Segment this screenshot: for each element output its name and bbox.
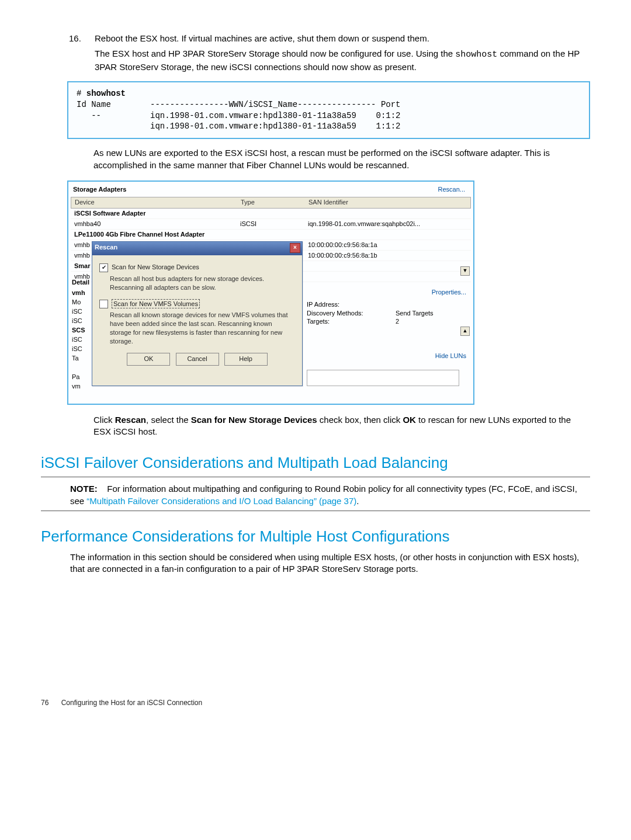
cli-output: Id Name ----------------WWN/iSCSI_Name--… (77, 100, 401, 131)
page-number: 76 (41, 699, 48, 707)
cli-block: # showhost Id Name ----------------WWN/i… (67, 81, 590, 140)
note-end: . (356, 496, 359, 506)
targets-label: Targets: (307, 317, 377, 326)
col-san: SAN Identifier (308, 198, 348, 207)
step-number: 16. (69, 33, 91, 44)
path-listbox[interactable] (307, 370, 459, 386)
col-type: Type (241, 198, 255, 207)
scan-vmfs-checkbox[interactable] (99, 300, 108, 308)
storage-adapters-screenshot: Storage Adapters Rescan... ▲ Device Type… (67, 181, 474, 405)
cancel-button[interactable]: Cancel (176, 353, 219, 366)
cli-prompt: # (77, 89, 86, 98)
opt1-desc: Rescan all host bus adapters for new sto… (110, 275, 295, 292)
heading-iscsi-failover: iSCSI Failover Considerations and Multip… (41, 453, 590, 473)
chapter-title: Configuring the Host for an iSCSI Connec… (61, 699, 202, 707)
rule (41, 477, 590, 477)
step-line2a: The ESX host and HP 3PAR StoreServ Stora… (95, 48, 455, 58)
group-iscsi: iSCSI Software Adapter (71, 209, 471, 219)
heading-performance: Performance Considerations for Multiple … (41, 526, 590, 547)
performance-text: The information in this section should b… (70, 551, 590, 575)
details-label: Detail (72, 278, 89, 287)
cli-command: showhost (86, 89, 126, 98)
scroll-down-icon[interactable]: ▼ (460, 266, 470, 276)
disc-label: Discovery Methods: (307, 309, 377, 318)
targets-value: 2 (396, 317, 399, 326)
multipath-link[interactable]: “Multipath Failover Considerations and I… (86, 496, 356, 506)
table-header: Device Type SAN Identifier (71, 197, 471, 209)
opt2-desc: Rescan all known storage devices for new… (110, 311, 295, 345)
ok-button[interactable]: OK (127, 353, 170, 366)
help-button[interactable]: Help (224, 353, 268, 366)
step-line1: Reboot the ESX host. If virtual machines… (95, 33, 590, 44)
panel-title: Storage Adapters (73, 185, 126, 194)
group-fc: LPe11000 4Gb Fibre Channel Host Adapter (71, 230, 471, 240)
close-icon[interactable]: × (290, 243, 300, 253)
dialog-title: Rescan × (92, 242, 302, 255)
ip-label: IP Address: (307, 300, 377, 309)
rescan-dialog: Rescan × Scan for New Storage Devices Re… (92, 241, 303, 386)
scan-storage-checkbox[interactable] (99, 263, 108, 272)
rescan-link[interactable]: Rescan... (438, 185, 465, 194)
step-line2: The ESX host and HP 3PAR StoreServ Stora… (95, 48, 590, 73)
col-device: Device (75, 198, 95, 207)
properties-link[interactable]: Properties... (307, 288, 466, 297)
note-label: NOTE: (70, 484, 98, 494)
note-block: NOTE: For information about multipathing… (70, 483, 590, 507)
showhost-cmd-inline: showhost (455, 50, 497, 60)
opt-scan-vmfs[interactable]: Scan for New VMFS Volumes (112, 299, 200, 309)
details-left-column: vmh Mo iSC iSC SCS iSC iSC Ta Pa vm (72, 288, 93, 391)
rule (41, 511, 590, 511)
hide-luns-link[interactable]: Hide LUNs (307, 352, 466, 360)
page-footer: 76 Configuring the Host for an iSCSI Con… (41, 698, 590, 707)
disc-value: Send Targets (396, 309, 434, 318)
rescan-paragraph: As new LUNs are exported to the ESX iSCS… (93, 147, 590, 171)
opt-scan-storage[interactable]: Scan for New Storage Devices (112, 263, 199, 272)
table-row[interactable]: vmhba40 iSCSI iqn.1998-01.com.vmware:sqa… (71, 219, 471, 230)
scroll-up-icon[interactable]: ▲ (460, 327, 470, 336)
after-screenshot-para: Click Rescan, select the Scan for New St… (93, 414, 590, 438)
